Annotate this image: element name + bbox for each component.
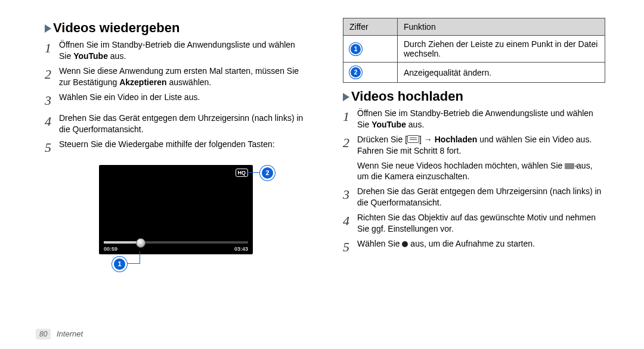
right-step-5: 5 Wählen Sie aus, um die Aufnahme zu sta…: [343, 238, 605, 256]
step-number: 1: [45, 39, 59, 62]
table-row: 1 Durch Ziehen der Leiste zu einem Punkt…: [343, 36, 605, 63]
left-step-5: 5 Steuern Sie die Wiedergabe mithilfe de…: [45, 139, 307, 157]
step-body: Drehen Sie das Gerät entgegen dem Uhrzei…: [357, 186, 605, 208]
table-cell: Anzeigequalität ändern.: [398, 63, 605, 83]
left-step-1: 1 Öffnen Sie im Standby-Betrieb die Anwe…: [45, 39, 307, 62]
right-step-2-note: Wenn Sie neue Videos hochladen möchten, …: [357, 160, 605, 183]
step-number: 1: [343, 108, 357, 130]
callout-1-icon: 1: [112, 257, 127, 272]
step-body: Steuern Sie die Wiedergabe mithilfe der …: [59, 139, 307, 157]
left-step-4: 4 Drehen Sie das Gerät entgegen dem Uhrz…: [45, 113, 307, 135]
callout-2-icon: 2: [349, 66, 362, 79]
page-footer: 80 Internet: [36, 329, 83, 339]
th-funktion: Funktion: [398, 18, 605, 36]
page-number: 80: [36, 329, 51, 339]
table-header-row: Ziffer Funktion: [343, 18, 605, 36]
heading-playback: Videos wiedergeben: [45, 20, 307, 36]
step-body: Öffnen Sie im Standby-Betrieb die Anwend…: [59, 39, 307, 62]
video-player: HQ 00:59 03:43: [99, 165, 253, 254]
step-body: Wählen Sie aus, um die Aufnahme zu start…: [357, 238, 605, 256]
heading-playback-text: Videos wiedergeben: [53, 20, 179, 35]
right-step-2: 2 Drücken Sie [] → Hochladen und wählen …: [343, 134, 605, 157]
table-row: 2 Anzeigequalität ändern.: [343, 63, 605, 83]
menu-icon: [407, 135, 419, 143]
camera-icon: [565, 163, 574, 169]
time-total: 03:43: [234, 246, 248, 252]
function-table: Ziffer Funktion 1 Durch Ziehen der Leist…: [343, 18, 605, 83]
video-illustration: HQ 00:59 03:43 1: [45, 165, 307, 254]
step-number: 3: [45, 92, 59, 110]
time-elapsed: 00:59: [104, 246, 117, 252]
record-icon: [402, 241, 408, 247]
step-number: 4: [343, 212, 357, 235]
step-body: Drücken Sie [] → Hochladen und wählen Si…: [357, 134, 605, 157]
th-ziffer: Ziffer: [343, 18, 398, 36]
right-step-3: 3 Drehen Sie das Gerät entgegen dem Uhrz…: [343, 186, 605, 208]
step-body: Öffnen Sie im Standby-Betrieb die Anwend…: [357, 108, 605, 130]
callout-1-icon: 1: [349, 43, 362, 55]
right-step-1: 1 Öffnen Sie im Standby-Betrieb die Anwe…: [343, 108, 605, 130]
step-number: 2: [45, 66, 59, 88]
step-number: 3: [343, 186, 357, 208]
left-step-3: 3 Wählen Sie ein Video in der Liste aus.: [45, 92, 307, 110]
step-body: Drehen Sie das Gerät entgegen dem Uhrzei…: [59, 113, 307, 135]
progress-area: 00:59 03:43: [104, 241, 248, 252]
right-step-4: 4 Richten Sie das Objektiv auf das gewün…: [343, 212, 605, 235]
step-number: 4: [45, 113, 59, 135]
step-number: 2: [343, 134, 357, 157]
step-body: Richten Sie das Objektiv auf das gewünsc…: [357, 212, 605, 235]
left-step-2: 2 Wenn Sie diese Anwendung zum ersten Ma…: [45, 66, 307, 88]
heading-upload: Videos hochladen: [343, 89, 605, 104]
progress-bar: [104, 241, 248, 244]
step-number: 5: [45, 139, 59, 157]
footer-section: Internet: [57, 329, 83, 338]
step-body: Wenn Sie diese Anwendung zum ersten Mal …: [59, 66, 307, 88]
hq-badge: HQ: [236, 169, 249, 177]
step-number: 5: [343, 238, 357, 256]
step-body: Wählen Sie ein Video in der Liste aus.: [59, 92, 307, 110]
callout-2-icon: 2: [260, 166, 275, 180]
chevron-icon: [45, 24, 51, 33]
heading-upload-text: Videos hochladen: [351, 89, 463, 104]
scrubber-knob: [136, 238, 145, 248]
chevron-icon: [343, 93, 349, 101]
table-cell: Durch Ziehen der Leiste zu einem Punkt i…: [398, 36, 605, 63]
